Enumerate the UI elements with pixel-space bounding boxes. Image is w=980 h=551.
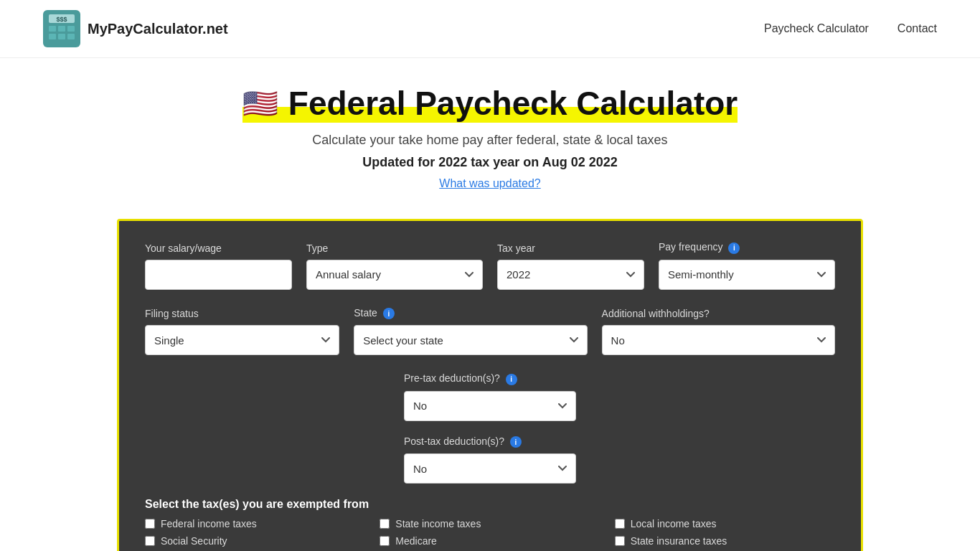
svg-rect-6 — [49, 34, 56, 39]
posttax-group: Post-tax deduction(s)? i No Yes — [404, 435, 576, 484]
svg-rect-8 — [67, 34, 75, 39]
filing-group: Filing status Single Married Married, bu… — [145, 308, 339, 355]
salary-group: Your salary/wage — [145, 242, 292, 290]
exemption-local-income-checkbox[interactable] — [615, 519, 625, 529]
nav-links: Paycheck Calculator Contact — [764, 22, 937, 35]
payfreq-select[interactable]: Semi-monthly Weekly Bi-weekly Monthly An… — [659, 260, 835, 290]
exemption-medicare-checkbox[interactable] — [380, 536, 390, 546]
exemption-social-security-checkbox[interactable] — [145, 536, 155, 546]
posttax-info-icon[interactable]: i — [510, 436, 522, 448]
exemption-social-security[interactable]: Social Security — [145, 535, 365, 547]
state-select[interactable]: Select your state Alabama Alaska Arizona… — [354, 325, 587, 355]
exemptions-section: Select the tax(es) you are exempted from… — [145, 498, 835, 547]
form-row-1: Your salary/wage Type Annual salary Hour… — [145, 241, 835, 290]
addl-group: Additional withholdings? No Yes — [602, 308, 835, 355]
salary-input[interactable] — [145, 260, 292, 290]
exemption-state-income[interactable]: State income taxes — [380, 518, 600, 529]
pretax-select[interactable]: No Yes — [404, 391, 576, 421]
nav-paycheck-calc[interactable]: Paycheck Calculator — [764, 22, 869, 34]
exemption-federal-income[interactable]: Federal income taxes — [145, 518, 365, 529]
state-info-icon[interactable]: i — [383, 308, 395, 319]
payfreq-group: Pay frequency i Semi-monthly Weekly Bi-w… — [659, 241, 835, 290]
state-label: State i — [354, 307, 587, 320]
calculator-card: Your salary/wage Type Annual salary Hour… — [117, 219, 863, 551]
exemption-state-insurance-checkbox[interactable] — [615, 536, 625, 546]
state-group: State i Select your state Alabama Alaska… — [354, 307, 587, 356]
payfreq-label: Pay frequency i — [659, 241, 835, 254]
svg-rect-5 — [67, 26, 75, 32]
hero-subtitle: Calculate your take home pay after feder… — [14, 133, 966, 148]
hero-section: 🇺🇸 Federal Paycheck Calculator Calculate… — [0, 58, 980, 204]
exemption-federal-income-checkbox[interactable] — [145, 519, 155, 529]
svg-rect-7 — [58, 34, 65, 39]
type-select[interactable]: Annual salary Hourly Monthly Weekly Dail… — [306, 260, 483, 290]
svg-text:$$$: $$$ — [56, 16, 67, 23]
form-row-2: Filing status Single Married Married, bu… — [145, 307, 835, 356]
pretax-group: Pre-tax deduction(s)? i No Yes — [404, 372, 576, 421]
pretax-label: Pre-tax deduction(s)? i — [404, 372, 576, 385]
filing-label: Filing status — [145, 308, 339, 319]
navbar: $$$ MyPayCalculator.net Paycheck Calcula… — [0, 0, 980, 58]
exemption-local-income[interactable]: Local income taxes — [615, 518, 835, 529]
salary-label: Your salary/wage — [145, 242, 292, 254]
addl-label: Additional withholdings? — [602, 308, 835, 319]
taxyear-group: Tax year 2022 2021 2020 — [497, 242, 644, 290]
logo-text: MyPayCalculator.net — [88, 21, 228, 37]
what-was-updated-link[interactable]: What was updated? — [439, 177, 540, 189]
posttax-label: Post-tax deduction(s)? i — [404, 435, 576, 448]
logo-icon: $$$ — [43, 10, 80, 47]
nav-contact[interactable]: Contact — [897, 22, 937, 34]
pretax-row: Pre-tax deduction(s)? i No Yes — [145, 372, 835, 421]
posttax-row: Post-tax deduction(s)? i No Yes — [145, 435, 835, 484]
type-label: Type — [306, 242, 483, 254]
posttax-select[interactable]: No Yes — [404, 453, 576, 484]
exemption-medicare[interactable]: Medicare — [380, 535, 600, 547]
svg-rect-4 — [58, 26, 65, 32]
logo[interactable]: $$$ MyPayCalculator.net — [43, 10, 228, 47]
taxyear-label: Tax year — [497, 242, 644, 254]
pretax-info-icon[interactable]: i — [506, 374, 517, 385]
exemption-state-income-checkbox[interactable] — [380, 519, 390, 529]
exemption-state-insurance[interactable]: State insurance taxes — [615, 535, 835, 547]
exemptions-grid: Federal income taxes State income taxes … — [145, 518, 835, 547]
payfreq-info-icon[interactable]: i — [728, 242, 740, 254]
filing-select[interactable]: Single Married Married, but withhold at … — [145, 325, 339, 355]
flag-icon: 🇺🇸 — [242, 87, 278, 121]
taxyear-select[interactable]: 2022 2021 2020 — [497, 260, 644, 290]
hero-updated: Updated for 2022 tax year on Aug 02 2022 — [14, 155, 966, 170]
svg-rect-3 — [49, 26, 56, 32]
type-group: Type Annual salary Hourly Monthly Weekly… — [306, 242, 483, 290]
page-title: 🇺🇸 Federal Paycheck Calculator — [242, 84, 738, 123]
exemptions-title: Select the tax(es) you are exempted from — [145, 498, 835, 511]
addl-select[interactable]: No Yes — [602, 325, 835, 355]
